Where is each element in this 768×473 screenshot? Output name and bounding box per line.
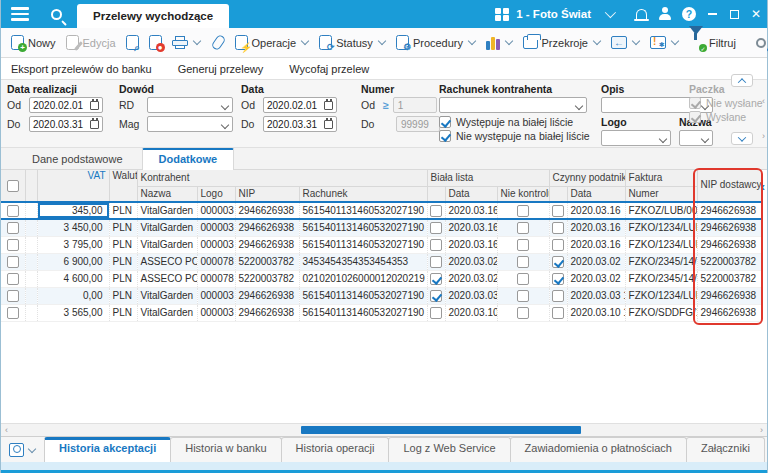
user-profile-icon[interactable]	[653, 0, 677, 28]
calendar-icon[interactable]	[324, 101, 333, 110]
calendar-icon[interactable]	[90, 120, 99, 129]
company-grid-icon[interactable]	[495, 8, 508, 21]
bottom-panel-tool[interactable]	[1, 443, 44, 462]
close-button[interactable]: ✕	[745, 0, 767, 28]
row-checkbox[interactable]	[1, 219, 25, 236]
bottom-tab-za-czniki[interactable]: Załączniki	[686, 437, 765, 462]
row-checkbox[interactable]	[1, 304, 25, 321]
czynny-podatnik-checkbox[interactable]	[549, 202, 567, 219]
col-waluta[interactable]: Walut	[109, 170, 137, 202]
dowod-rd-select[interactable]	[147, 97, 233, 113]
window-tab-przelewy-wychodzace[interactable]: Przelewy wychodzące	[77, 4, 229, 28]
rachunek-kontrahenta-select[interactable]	[439, 97, 587, 113]
minimize-button[interactable]	[701, 0, 723, 28]
grid-scroll-left-icon[interactable]: ‹	[761, 180, 765, 194]
colgroup-kontrahent[interactable]: Kontrahent	[137, 170, 427, 186]
col-cz-data[interactable]: Data	[567, 186, 625, 202]
czynny-podatnik-checkbox[interactable]	[549, 219, 567, 236]
col-faktura-numer[interactable]: Numer	[625, 186, 697, 202]
statuses-button[interactable]: ⟳ Statusy	[314, 32, 391, 53]
table-row[interactable]: 3 795,00 PLN VitalGarden 000003 29466269…	[1, 236, 761, 253]
czynny-podatnik-checkbox[interactable]	[549, 287, 567, 304]
data-od-input[interactable]: 2020.02.01	[263, 97, 337, 113]
row-checkbox[interactable]	[1, 253, 25, 270]
row-checkbox[interactable]	[1, 202, 25, 219]
dock-panel-button[interactable]: ←	[606, 33, 645, 52]
numer-do-input[interactable]: 99999	[396, 116, 440, 132]
col-rachunek[interactable]: Rachunek	[299, 186, 427, 202]
row-checkbox[interactable]	[1, 236, 25, 253]
col-cz-check[interactable]	[549, 186, 567, 202]
filter-button[interactable]: ✓ Filtruj	[684, 32, 741, 53]
paczka-wyslane-checkbox[interactable]	[689, 111, 701, 123]
tab-dane-podstawowe[interactable]: Dane podstawowe	[15, 149, 140, 169]
whitelist-checkbox[interactable]	[439, 116, 451, 128]
maximize-button[interactable]	[723, 0, 745, 28]
delete-button[interactable]: ●	[144, 32, 167, 53]
operations-button[interactable]: ⚡ Operacje	[230, 32, 315, 53]
col-bl-check[interactable]	[427, 186, 445, 202]
col-nie-kontroluj[interactable]: Nie kontroluj	[497, 186, 549, 202]
calendar-icon[interactable]	[90, 101, 99, 110]
scroll-right-arrow-icon[interactable]: ›	[760, 425, 763, 435]
hamburger-menu-icon[interactable]	[1, 0, 39, 28]
data-realizacji-do-input[interactable]: 2020.03.31	[29, 116, 103, 132]
col-bl-data[interactable]: Data	[445, 186, 497, 202]
biala-lista-checkbox[interactable]	[427, 304, 445, 321]
czynny-podatnik-checkbox[interactable]	[549, 253, 567, 270]
scrollbar-thumb[interactable]	[301, 426, 581, 434]
nie-kontroluj-checkbox[interactable]	[497, 287, 549, 304]
global-search-icon[interactable]	[39, 0, 73, 28]
sections-button[interactable]: Przekroje	[518, 33, 606, 52]
new-button[interactable]: + Nowy	[6, 32, 61, 53]
data-realizacji-od-input[interactable]: 2020.02.01	[29, 97, 103, 113]
colgroup-biala-lista[interactable]: Biała lista	[427, 170, 549, 186]
nie-kontroluj-checkbox[interactable]	[497, 202, 549, 219]
table-row[interactable]: 0,00 PLN VitalGarden 000003 2946626938 5…	[1, 287, 761, 304]
table-row[interactable]: 4 600,00 PLN ASSECO PO 000078 5220003782…	[1, 270, 761, 287]
colgroup-faktura[interactable]: Faktura	[625, 170, 697, 186]
bottom-tab-historia-operacji[interactable]: Historia operacji	[281, 437, 390, 462]
nazwa-select[interactable]	[679, 130, 713, 146]
collapse-filters-down-button[interactable]	[731, 132, 753, 145]
horizontal-scrollbar[interactable]: ‹ ›	[1, 423, 767, 436]
paczka-nie-wyslane-checkbox[interactable]	[689, 97, 701, 109]
company-chevron-down-icon[interactable]	[605, 7, 616, 18]
not-whitelist-checkbox-row[interactable]: Nie występuje na białej liście	[439, 130, 590, 142]
edit-button[interactable]: Edycja	[61, 32, 121, 53]
table-row[interactable]: 3 450,00 PLN VitalGarden 000003 29466269…	[1, 219, 761, 236]
bottom-tab-zawiadomienia-o-p-atno-ciach[interactable]: Zawiadomienia o płatnościach	[510, 437, 687, 462]
col-nip-dostawcy[interactable]: NIP dostawcy	[697, 170, 761, 202]
row-checkbox[interactable]	[1, 270, 25, 287]
gte-operator[interactable]: ≥	[383, 99, 389, 111]
bottom-tab-historia-akceptacji[interactable]: Historia akceptacji	[44, 437, 171, 462]
table-row[interactable]: 3 565,00 PLN VitalGarden 000003 29466269…	[1, 304, 761, 321]
biala-lista-checkbox[interactable]	[427, 219, 445, 236]
filter-builder-button[interactable]	[751, 35, 768, 51]
czynny-podatnik-checkbox[interactable]	[549, 304, 567, 321]
select-all-checkbox[interactable]	[1, 170, 25, 202]
not-whitelist-checkbox[interactable]	[439, 130, 451, 142]
biala-lista-checkbox[interactable]	[427, 236, 445, 253]
biala-lista-checkbox[interactable]	[427, 270, 445, 287]
bottom-tab-historia-w-banku[interactable]: Historia w banku	[170, 437, 281, 462]
tab-dodatkowe[interactable]: Dodatkowe	[142, 148, 235, 170]
collapse-filters-up-button[interactable]	[731, 74, 753, 87]
withdraw-transfer-link[interactable]: Wycofaj przelew	[289, 63, 369, 75]
print-button[interactable]	[167, 33, 206, 52]
procedures-button[interactable]: ⚙ Procedury	[391, 32, 481, 53]
calendar-icon[interactable]	[324, 120, 333, 129]
chart-button[interactable]	[481, 33, 518, 53]
help-icon[interactable]: ?	[677, 0, 701, 28]
nie-kontroluj-checkbox[interactable]	[497, 253, 549, 270]
preview-button[interactable]: ⌕	[121, 32, 144, 53]
dowod-mag-select[interactable]	[147, 116, 233, 132]
nie-kontroluj-checkbox[interactable]	[497, 219, 549, 236]
colgroup-czynny-podatnik[interactable]: Czynny podatnik VAT	[549, 170, 625, 186]
col-logo[interactable]: Logo	[197, 186, 235, 202]
data-do-input[interactable]: 2020.03.31	[263, 116, 337, 132]
biala-lista-checkbox[interactable]	[427, 287, 445, 304]
col-vat[interactable]: VAT	[37, 170, 109, 202]
table-row[interactable]: 345,00 PLN VitalGarden 000003 2946626938…	[1, 202, 761, 219]
col-nip[interactable]: NIP	[235, 186, 299, 202]
